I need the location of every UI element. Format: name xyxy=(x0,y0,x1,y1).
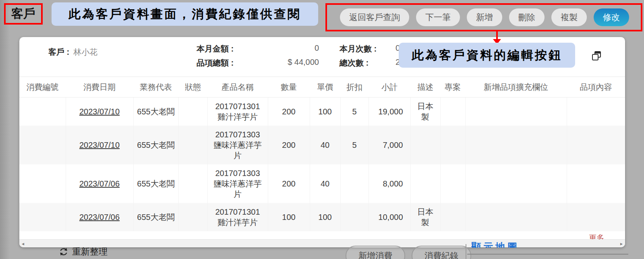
cell-item_content xyxy=(567,126,625,164)
next-record-button[interactable]: 下一筆 xyxy=(416,8,460,26)
duplicate-window-icon[interactable] xyxy=(591,51,602,63)
cell-discount: 5 xyxy=(340,126,369,164)
month-count-value: 0 xyxy=(377,44,400,54)
cell-discount: 5 xyxy=(340,97,369,126)
column-header-subtotal: 小計 xyxy=(369,77,410,97)
refresh-label: 重新整理 xyxy=(72,246,108,258)
amounts-block: 本月金額 : 0 品項總額 : $ 44,000 xyxy=(197,44,319,68)
counts-block: 本月次數 : 0 總次數 : 2 xyxy=(340,44,400,68)
cell-subtotal: 19,000 xyxy=(369,97,410,126)
consume-date-link[interactable]: 2023/07/06 xyxy=(79,179,120,188)
cell-extra xyxy=(465,203,567,231)
product-name: 雞汁洋芋片 xyxy=(211,112,265,122)
toolbar-buttons: 返回客戶查詢下一筆新增刪除複製修改 xyxy=(340,8,629,26)
column-header-price: 單價 xyxy=(310,77,340,97)
product-code: 2017071301 xyxy=(211,207,265,217)
cell-product: 2017071303鹽味洋蔥洋芋片 xyxy=(207,164,268,203)
product-code: 2017071303 xyxy=(211,129,265,140)
column-header-item_content: 品項內容 xyxy=(567,77,625,97)
cell-date: 2023/07/06 xyxy=(66,203,133,231)
customer-name-group: 客戶 : 林小花 xyxy=(48,47,97,58)
column-header-discount: 折扣 xyxy=(340,77,369,97)
page-background: 客戶 此為客戶資料畫面，消費紀錄僅供查閱 返回客戶查詢下一筆新增刪除複製修改 此… xyxy=(0,0,644,259)
scroll-left-icon[interactable]: ◂ xyxy=(22,240,24,247)
modify-button[interactable]: 修改 xyxy=(594,8,629,26)
cell-desc xyxy=(410,164,440,203)
cell-extra xyxy=(465,164,567,203)
table-header-row: 消費編號消費日期業務代表狀態產品名稱數量單價折扣小計描述專案新增品項擴充欄位品項… xyxy=(19,77,625,97)
map-link-clip: 顯示地圖 xyxy=(471,242,568,248)
delete-button[interactable]: 刪除 xyxy=(509,8,545,26)
annotation-edit-buttons-note: 此為客戶資料的編輯按鈕 xyxy=(399,43,575,68)
total-count-value: 2 xyxy=(377,58,400,68)
map-field-underline xyxy=(467,254,628,255)
cell-rep: 655大老闆 xyxy=(133,97,178,126)
cell-item_content xyxy=(567,203,625,231)
copy-button[interactable]: 複製 xyxy=(551,8,587,26)
page-title: 客戶 xyxy=(4,3,43,25)
cell-rep: 655大老闆 xyxy=(133,164,178,203)
consume-date-link[interactable]: 2023/07/10 xyxy=(79,141,120,149)
add-consume-button[interactable]: 新增消費 xyxy=(346,246,405,259)
scroll-right-icon[interactable]: ▸ xyxy=(620,240,623,247)
cell-date: 2023/07/10 xyxy=(66,97,133,126)
toolbar-highlight-box: 返回客戶查詢下一筆新增刪除複製修改 xyxy=(325,3,642,31)
add-button[interactable]: 新增 xyxy=(467,8,502,26)
product-name: 鹽味洋蔥洋芋片 xyxy=(211,178,265,199)
cell-project xyxy=(440,126,465,164)
column-header-product: 產品名稱 xyxy=(207,77,268,97)
footer-divider xyxy=(466,244,466,259)
product-name: 鹽味洋蔥洋芋片 xyxy=(211,140,265,161)
customer-name: 林小花 xyxy=(73,47,97,58)
table-row: 2023/07/10655大老闆2017071303鹽味洋蔥洋芋片2004057… xyxy=(19,126,625,164)
cell-qty: 100 xyxy=(268,203,310,231)
annotation-arrow xyxy=(496,31,498,39)
cell-price: 100 xyxy=(310,203,340,231)
cell-discount xyxy=(340,203,369,231)
column-header-consume_no: 消費編號 xyxy=(19,77,66,97)
cell-subtotal: 10,000 xyxy=(369,203,410,231)
cell-subtotal: 7,000 xyxy=(369,126,410,164)
cell-extra xyxy=(465,126,567,164)
refresh-icon xyxy=(59,247,68,257)
cell-product: 2017071301雞汁洋芋片 xyxy=(207,203,268,231)
column-header-status: 狀態 xyxy=(178,77,207,97)
cell-project xyxy=(440,164,465,203)
table-row: 2023/07/10655大老闆2017071301雞汁洋芋片200100519… xyxy=(19,97,625,126)
cell-status xyxy=(178,126,207,164)
cell-consume_no xyxy=(19,203,66,231)
cell-rep: 655大老闆 xyxy=(133,126,178,164)
product-code: 2017071301 xyxy=(211,101,265,112)
cell-consume_no xyxy=(19,97,66,126)
column-header-project: 專案 xyxy=(440,77,465,97)
table-row: 2023/07/06655大老闆2017071301雞汁洋芋片10010010,… xyxy=(19,203,625,231)
cell-date: 2023/07/06 xyxy=(66,164,133,203)
cell-status xyxy=(178,164,207,203)
cell-discount xyxy=(340,164,369,203)
column-header-qty: 數量 xyxy=(268,77,310,97)
cell-rep: 655大老闆 xyxy=(133,203,178,231)
item-total-value: $ 44,000 xyxy=(234,58,319,68)
cell-subtotal: 8,000 xyxy=(369,164,410,203)
refresh-button[interactable]: 重新整理 xyxy=(59,246,108,258)
cell-price: 40 xyxy=(310,126,340,164)
cell-date: 2023/07/10 xyxy=(66,126,133,164)
cell-desc: 日本製 xyxy=(410,97,440,126)
consumption-table: 消費編號消費日期業務代表狀態產品名稱數量單價折扣小計描述專案新增品項擴充欄位品項… xyxy=(19,77,625,231)
consume-date-link[interactable]: 2023/07/06 xyxy=(79,213,120,222)
cell-item_content xyxy=(567,164,625,203)
item-total-label: 品項總額 : xyxy=(197,58,234,68)
consume-record-button[interactable]: 消費紀錄 xyxy=(412,246,471,259)
consume-date-link[interactable]: 2023/07/10 xyxy=(79,107,120,116)
cell-project xyxy=(440,203,465,231)
product-code: 2017071303 xyxy=(211,168,265,178)
month-amount-label: 本月金額 : xyxy=(197,44,234,54)
cell-status xyxy=(178,203,207,231)
cell-project xyxy=(440,97,465,126)
cell-consume_no xyxy=(19,126,66,164)
back-to-customer-search-button[interactable]: 返回客戶查詢 xyxy=(340,8,409,26)
column-header-desc: 描述 xyxy=(410,77,440,97)
column-header-date: 消費日期 xyxy=(66,77,133,97)
cell-desc xyxy=(410,126,440,164)
map-link[interactable]: 顯示地圖 xyxy=(471,242,520,248)
